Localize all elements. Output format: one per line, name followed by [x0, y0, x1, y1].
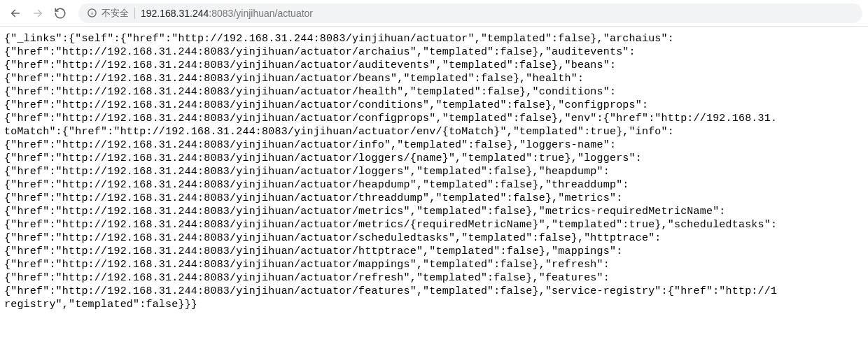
- page-body: {"_links":{"self":{"href":"http://192.16…: [0, 27, 868, 317]
- arrow-right-icon: [31, 7, 44, 20]
- back-button[interactable]: [6, 3, 25, 23]
- arrow-left-icon: [9, 7, 22, 20]
- insecure-label: 不安全: [102, 7, 129, 20]
- reload-icon: [54, 7, 66, 20]
- url-port: :8083: [209, 8, 233, 19]
- address-bar[interactable]: 不安全 192.168.31.244:8083/yinjihuan/actuat…: [78, 3, 862, 23]
- forward-button[interactable]: [28, 3, 48, 23]
- url-host: 192.168.31.244: [141, 8, 209, 19]
- info-icon: [87, 8, 97, 18]
- reload-button[interactable]: [50, 3, 70, 23]
- insecure-badge[interactable]: 不安全: [87, 7, 129, 20]
- url-path: /yinjihuan/actuator: [233, 8, 313, 19]
- divider: [134, 8, 135, 19]
- browser-toolbar: 不安全 192.168.31.244:8083/yinjihuan/actuat…: [0, 0, 868, 27]
- url-text: 192.168.31.244:8083/yinjihuan/actuator: [141, 8, 313, 19]
